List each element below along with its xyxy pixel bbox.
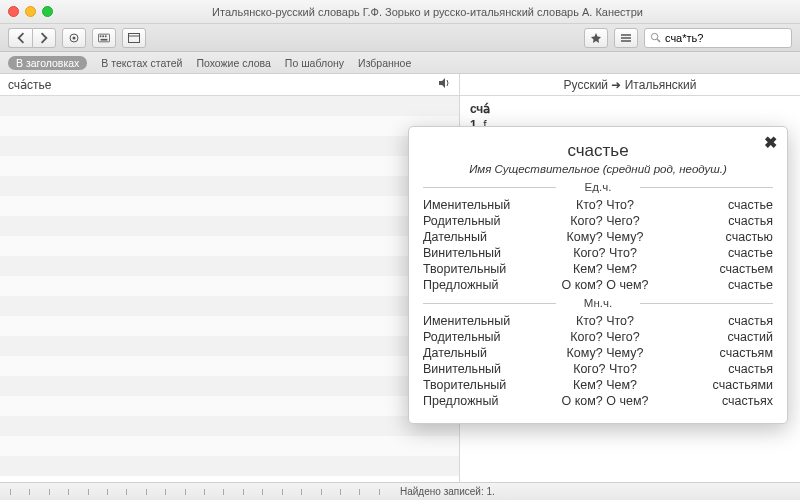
case-row: ИменительныйКто? Что?счастье (423, 197, 773, 213)
case-row: РодительныйКого? Чего?счастья (423, 213, 773, 229)
filter-favorites[interactable]: Избранное (358, 57, 411, 69)
dictionary-direction: Русский ➜ Итальянский (460, 74, 800, 96)
case-form: счастьях (668, 394, 773, 408)
popup-pos: Имя Существительное (средний род, неодуш… (423, 163, 773, 175)
case-form: счастья (668, 362, 773, 376)
case-name: Дательный (423, 346, 542, 360)
case-row: ДательныйКому? Чему?счастьям (423, 345, 773, 361)
svg-rect-3 (100, 35, 102, 37)
svg-point-12 (651, 33, 657, 39)
filter-text[interactable]: В текстах статей (101, 57, 182, 69)
list-item (0, 96, 459, 116)
svg-rect-7 (129, 33, 140, 42)
entry-headword: сча́ (470, 102, 490, 116)
case-name: Дательный (423, 230, 542, 244)
zoom-slider[interactable] (0, 489, 390, 495)
search-input[interactable] (665, 32, 800, 44)
case-row: ВинительныйКого? Что?счастья (423, 361, 773, 377)
case-name: Творительный (423, 378, 542, 392)
svg-point-1 (73, 36, 76, 39)
window-close[interactable] (8, 6, 19, 17)
case-name: Творительный (423, 262, 542, 276)
status-text: Найдено записей: 1. (390, 486, 495, 497)
list-button[interactable] (614, 28, 638, 48)
svg-rect-4 (102, 35, 104, 37)
case-question: Кем? Чем? (542, 378, 668, 392)
view-button[interactable] (122, 28, 146, 48)
case-question: Кого? Что? (542, 362, 668, 376)
popup-section-pl: Мн.ч. (423, 297, 773, 309)
search-icon (650, 29, 661, 47)
case-name: Именительный (423, 198, 542, 212)
case-row: ТворительныйКем? Чем?счастьем (423, 261, 773, 277)
case-question: Кому? Чему? (542, 230, 668, 244)
results-list (0, 96, 459, 482)
case-question: Кому? Чему? (542, 346, 668, 360)
case-name: Предложный (423, 394, 542, 408)
nav-forward-button[interactable] (32, 28, 56, 48)
popup-section-sg: Ед.ч. (423, 181, 773, 193)
window-title: Итальянско-русский словарь Г.Ф. Зорько и… (63, 6, 792, 18)
home-button[interactable] (62, 28, 86, 48)
star-button[interactable] (584, 28, 608, 48)
case-form: счастьями (668, 378, 773, 392)
search-field[interactable] (644, 28, 792, 48)
case-form: счастье (668, 246, 773, 260)
nav-back-button[interactable] (8, 28, 32, 48)
case-row: ПредложныйО ком? О чем?счастье (423, 277, 773, 293)
case-row: ПредложныйО ком? О чем?счастьях (423, 393, 773, 409)
svg-rect-2 (98, 34, 109, 42)
case-question: О ком? О чем? (542, 278, 668, 292)
close-icon[interactable]: ✖ (764, 133, 777, 152)
case-question: О ком? О чем? (542, 394, 668, 408)
case-question: Кто? Что? (542, 314, 668, 328)
case-form: счастье (668, 198, 773, 212)
case-question: Кто? Что? (542, 198, 668, 212)
filter-headwords[interactable]: В заголовках (8, 56, 87, 70)
case-name: Винительный (423, 246, 542, 260)
popup-word: счастье (423, 141, 773, 161)
case-name: Именительный (423, 314, 542, 328)
filter-pattern[interactable]: По шаблону (285, 57, 344, 69)
case-question: Кого? Что? (542, 246, 668, 260)
case-row: РодительныйКого? Чего?счастий (423, 329, 773, 345)
case-form: счастьям (668, 346, 773, 360)
case-question: Кого? Чего? (542, 214, 668, 228)
case-form: счастья (668, 314, 773, 328)
window-zoom[interactable] (42, 6, 53, 17)
case-question: Кем? Чем? (542, 262, 668, 276)
result-headword[interactable]: сча́стье (8, 78, 52, 92)
case-row: ТворительныйКем? Чем?счастьями (423, 377, 773, 393)
case-name: Родительный (423, 330, 542, 344)
case-form: счастьем (668, 262, 773, 276)
keyboard-button[interactable] (92, 28, 116, 48)
case-form: счастье (668, 278, 773, 292)
window-minimize[interactable] (25, 6, 36, 17)
case-name: Винительный (423, 362, 542, 376)
svg-rect-5 (105, 35, 107, 37)
case-form: счастий (668, 330, 773, 344)
case-question: Кого? Чего? (542, 330, 668, 344)
filter-similar[interactable]: Похожие слова (196, 57, 270, 69)
case-row: ВинительныйКого? Что?счастье (423, 245, 773, 261)
case-row: ИменительныйКто? Что?счастья (423, 313, 773, 329)
speaker-icon[interactable] (437, 76, 451, 93)
svg-line-13 (657, 39, 660, 42)
case-form: счастья (668, 214, 773, 228)
entry-panel: сча́ 1. f 2. ( ▶п ▶п ▶п 3. с ▶~ ▶~ ▶~ ▶к… (460, 96, 800, 482)
case-row: ДательныйКому? Чему?счастью (423, 229, 773, 245)
case-form: счастью (668, 230, 773, 244)
case-name: Предложный (423, 278, 542, 292)
svg-rect-6 (101, 38, 108, 40)
case-name: Родительный (423, 214, 542, 228)
inflection-popup: ✖ счастье Имя Существительное (средний р… (408, 126, 788, 424)
